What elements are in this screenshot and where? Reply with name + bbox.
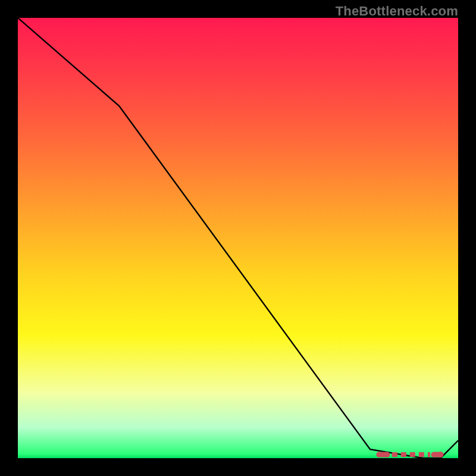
watermark-text: TheBottleneck.com — [336, 4, 458, 19]
chart-frame: TheBottleneck.com — [0, 0, 476, 476]
marker-dot — [437, 452, 443, 458]
bottleneck-line — [18, 18, 458, 458]
chart-plot-area — [18, 18, 458, 458]
chart-svg — [18, 18, 458, 458]
